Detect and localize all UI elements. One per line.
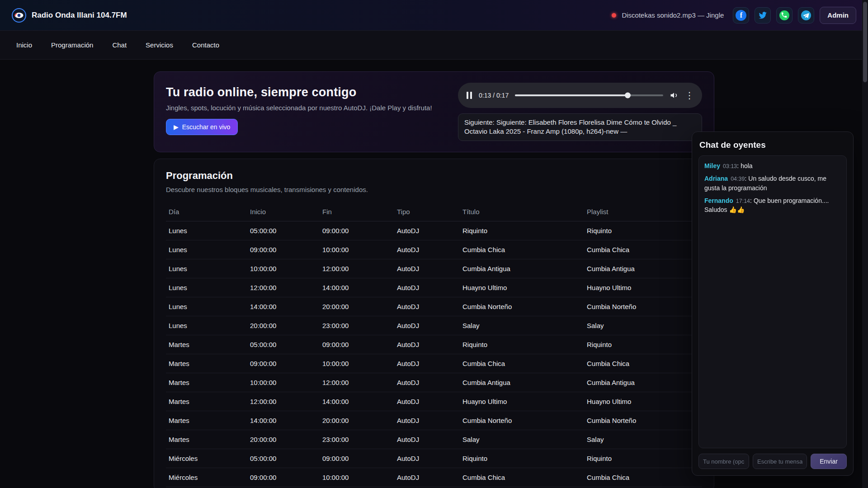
- chat-message-input[interactable]: [753, 454, 807, 469]
- nav-list: InicioProgramaciónChatServiciosContacto: [0, 41, 219, 49]
- main-content: Tu radio online, siempre contigo Jingles…: [154, 71, 714, 488]
- cell-playlist: Cumbia Norteño: [584, 297, 702, 316]
- listen-live-button[interactable]: ▶ Escuchar en vivo: [166, 119, 238, 135]
- cell-inicio: 20:00:00: [247, 430, 320, 449]
- cell-titulo: Cumbia Norteño: [460, 297, 584, 316]
- listen-live-label: Escuchar en vivo: [182, 123, 231, 131]
- cell-tipo: AutoDJ: [394, 354, 460, 373]
- chat-timestamp: 03:13: [723, 163, 737, 169]
- cell-fin: 09:00:00: [320, 449, 394, 468]
- cell-playlist: Cumbia Antigua: [584, 373, 702, 392]
- cell-playlist: Cumbia Chica: [584, 354, 702, 373]
- cell-inicio: 14:00:00: [247, 297, 320, 316]
- schedule-subtitle: Descubre nuestros bloques musicales, tra…: [166, 186, 702, 193]
- cell-tipo: AutoDJ: [394, 392, 460, 411]
- cell-inicio: 09:00:00: [247, 468, 320, 487]
- cell-tipo: AutoDJ: [394, 221, 460, 240]
- chat-separator: :: [745, 175, 746, 182]
- cell-playlist: Huayno Ultimo: [584, 392, 702, 411]
- player-progress-played: [515, 94, 627, 96]
- table-row: Lunes 05:00:00 09:00:00 AutoDJ Riquinto …: [166, 221, 702, 240]
- cell-titulo: Huayno Ultimo: [460, 278, 584, 297]
- telegram-button[interactable]: [798, 7, 814, 23]
- cell-tipo: AutoDJ: [394, 468, 460, 487]
- page-scrollbar: [862, 0, 868, 488]
- chat-name-input[interactable]: [698, 454, 749, 469]
- table-row: Lunes 14:00:00 20:00:00 AutoDJ Cumbia No…: [166, 297, 702, 316]
- chat-message: Miley03:13:hola: [704, 161, 841, 170]
- cell-playlist: Riquinto: [584, 449, 702, 468]
- chat-message: Fernando17:14:Que buen programación.... …: [704, 196, 841, 215]
- nav-item[interactable]: Contacto: [192, 41, 219, 49]
- cell-tipo: AutoDJ: [394, 297, 460, 316]
- volume-button[interactable]: [670, 91, 679, 100]
- now-playing-text: Discotekas sonido2.mp3 — Jingle: [622, 11, 724, 19]
- cell-dia: Martes: [166, 354, 247, 373]
- facebook-button[interactable]: f: [733, 7, 749, 23]
- cell-playlist: Salay: [584, 316, 702, 335]
- player-time: 0:13 / 0:17: [479, 92, 509, 99]
- schedule-table-body: Lunes 05:00:00 09:00:00 AutoDJ Riquinto …: [166, 221, 702, 487]
- cell-tipo: AutoDJ: [394, 316, 460, 335]
- hero-title: Tu radio online, siempre contigo: [166, 85, 446, 99]
- table-header-cell: Título: [460, 202, 584, 221]
- cell-inicio: 09:00:00: [247, 240, 320, 259]
- twitter-button[interactable]: [755, 7, 771, 23]
- cell-inicio: 10:00:00: [247, 259, 320, 278]
- nav-item[interactable]: Servicios: [146, 41, 173, 49]
- cell-tipo: AutoDJ: [394, 411, 460, 430]
- header-right: Discotekas sonido2.mp3 — Jingle f Admin: [612, 7, 856, 24]
- player-overflow-menu[interactable]: ⋮: [685, 91, 694, 100]
- table-header-cell: Playlist: [584, 202, 702, 221]
- cell-dia: Martes: [166, 430, 247, 449]
- scrollbar-thumb[interactable]: [863, 2, 867, 82]
- cell-tipo: AutoDJ: [394, 373, 460, 392]
- cell-fin: 12:00:00: [320, 373, 394, 392]
- chat-username: Miley: [704, 162, 720, 169]
- cell-titulo: Cumbia Antigua: [460, 259, 584, 278]
- cell-dia: Miércoles: [166, 468, 247, 487]
- chat-timestamp: 04:39: [731, 176, 745, 182]
- player-progress-thumb[interactable]: [625, 93, 631, 99]
- cell-playlist: Huayno Ultimo: [584, 278, 702, 297]
- cell-fin: 23:00:00: [320, 316, 394, 335]
- chat-panel: Chat de oyentes Miley03:13:hola Adriana0…: [692, 131, 854, 476]
- nav-item[interactable]: Inicio: [16, 41, 32, 49]
- nav-item[interactable]: Chat: [112, 41, 127, 49]
- chat-username: Fernando: [704, 197, 733, 204]
- cell-titulo: Cumbia Chica: [460, 354, 584, 373]
- table-header-cell: Fin: [320, 202, 394, 221]
- pause-button[interactable]: [466, 92, 472, 99]
- cell-inicio: 05:00:00: [247, 335, 320, 354]
- cell-fin: 20:00:00: [320, 411, 394, 430]
- admin-button[interactable]: Admin: [820, 7, 856, 24]
- table-row: Martes 14:00:00 20:00:00 AutoDJ Cumbia N…: [166, 411, 702, 430]
- cell-playlist: Cumbia Antigua: [584, 259, 702, 278]
- cell-titulo: Riquinto: [460, 449, 584, 468]
- cell-inicio: 05:00:00: [247, 449, 320, 468]
- cell-dia: Lunes: [166, 240, 247, 259]
- nav-item[interactable]: Programación: [51, 41, 93, 49]
- chat-title: Chat de oyentes: [699, 140, 846, 150]
- station-logo-icon: [12, 8, 26, 23]
- whatsapp-button[interactable]: [776, 7, 793, 23]
- chat-send-button[interactable]: Enviar: [811, 454, 847, 469]
- cell-playlist: Riquinto: [584, 221, 702, 240]
- cell-fin: 20:00:00: [320, 297, 394, 316]
- brand: Radio Onda Illani 104.7FM: [12, 8, 127, 23]
- player-progress-bar[interactable]: [515, 94, 663, 96]
- cell-titulo: Cumbia Chica: [460, 468, 584, 487]
- table-row: Lunes 12:00:00 14:00:00 AutoDJ Huayno Ul…: [166, 278, 702, 297]
- cell-tipo: AutoDJ: [394, 278, 460, 297]
- cell-tipo: AutoDJ: [394, 430, 460, 449]
- cell-fin: 10:00:00: [320, 240, 394, 259]
- table-header-cell: Inicio: [247, 202, 320, 221]
- cell-playlist: Salay: [584, 430, 702, 449]
- cell-titulo: Cumbia Antigua: [460, 373, 584, 392]
- twitter-icon: [758, 10, 768, 20]
- table-header-cell: Tipo: [394, 202, 460, 221]
- cell-titulo: Salay: [460, 316, 584, 335]
- next-track-box: Siguiente: Siguiente: Elisabeth Flores F…: [458, 113, 702, 141]
- live-indicator-dot: [612, 13, 616, 18]
- cell-dia: Lunes: [166, 316, 247, 335]
